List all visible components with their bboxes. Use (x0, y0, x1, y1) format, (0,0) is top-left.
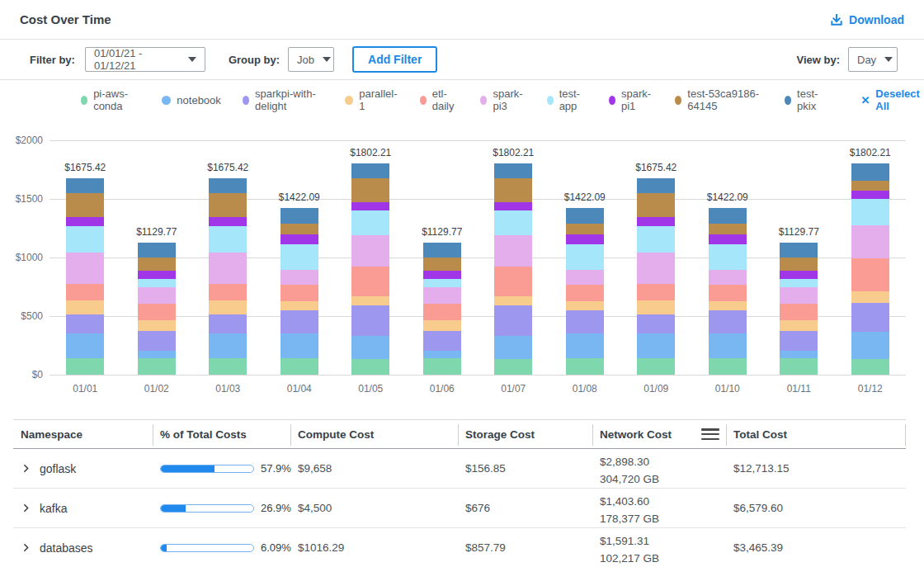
legend-item-notebook[interactable]: notebook (162, 94, 221, 106)
bar-segment-spark-pi3 (66, 253, 104, 285)
bar-segment-pi-aws-conda (780, 358, 818, 375)
bar-total-label: $1675.42 (50, 162, 121, 173)
legend-item-test-53ca9186-64145[interactable]: test-53ca9186-64145 (675, 87, 763, 112)
chevron-right-icon[interactable] (21, 463, 31, 474)
bar-total-label: $1422.09 (264, 191, 336, 203)
bar-segment-test-app (209, 226, 247, 253)
bar-stack (351, 163, 389, 375)
table-row-kafka[interactable]: kafka26.9%$4,500$676$1,403.60178,377 GB$… (13, 489, 906, 528)
network-cost-value: $1,403.60 (600, 493, 649, 510)
group-by-select[interactable]: Job (288, 47, 334, 72)
x-axis-tick-label: 01/10 (692, 383, 764, 395)
bar-segment-spark-pi3 (280, 270, 318, 285)
bar-segment-pi-aws-conda (494, 359, 532, 375)
filter-by-label: Filter by: (30, 54, 75, 66)
bar-segment-notebook (566, 333, 604, 358)
bar-segment-pi-aws-conda (851, 359, 889, 375)
legend-item-pi-aws-conda[interactable]: pi-aws-conda (81, 87, 140, 112)
legend-item-parallel-1[interactable]: parallel-1 (345, 87, 398, 112)
y-axis-tick-label: $1000 (0, 252, 43, 263)
bar-segment-spark-pi1 (494, 202, 532, 211)
table-header-row: Namespace % of Total Costs Compute Cost … (13, 419, 906, 449)
column-header-namespace[interactable]: Namespace (13, 420, 153, 448)
bar-segment-spark-pi3 (780, 287, 818, 304)
namespace-label: databases (40, 541, 93, 555)
network-cost-value: $2,898.30 (600, 453, 649, 470)
column-header-compute[interactable]: Compute Cost (290, 420, 458, 448)
bar-segment-parallel-1 (351, 296, 389, 305)
chevron-right-icon[interactable] (21, 503, 31, 513)
bar-segment-test-app (637, 226, 675, 253)
bar-segment-parallel-1 (637, 300, 675, 314)
bar-segment-sparkpi-with-delight (138, 331, 176, 351)
legend-item-test-pkix[interactable]: test-pkix (785, 87, 826, 112)
bar-segment-test-53ca9186-64145 (209, 193, 247, 217)
column-header-storage[interactable]: Storage Cost (458, 420, 592, 448)
legend-item-etl-daily[interactable]: etl-daily (420, 87, 460, 112)
bar-segment-sparkpi-with-delight (66, 314, 104, 333)
bar-segment-pi-aws-conda (566, 358, 604, 375)
bar-segment-test-53ca9186-64145 (709, 224, 747, 234)
legend-item-sparkpi-with-delight[interactable]: sparkpi-with-delight (243, 87, 324, 112)
bar-stack (138, 243, 176, 375)
column-header-pct-total[interactable]: % of Total Costs (153, 420, 290, 448)
total-cost-value: $3,465.39 (726, 528, 906, 567)
bar-stack (209, 178, 247, 375)
chevron-right-icon[interactable] (21, 542, 31, 553)
table-row-goflask[interactable]: goflask57.9%$9,658$156.85$2,898.30304,72… (13, 449, 906, 489)
column-header-network[interactable]: Network Cost (592, 420, 726, 448)
pct-progress-bar (160, 504, 254, 513)
bar-segment-notebook (66, 333, 104, 358)
bar-segment-sparkpi-with-delight (209, 314, 247, 333)
bar-stack (637, 178, 675, 375)
bar-segment-sparkpi-with-delight (423, 331, 461, 351)
date-range-select[interactable]: 01/01/21 - 01/12/21 (85, 47, 205, 72)
bar-segment-notebook (209, 333, 247, 358)
bar-segment-sparkpi-with-delight (851, 303, 889, 332)
bar-segment-test-app (494, 210, 532, 234)
bar-01/08: $1422.09 (549, 140, 621, 375)
bar-segment-etl-daily (494, 267, 532, 297)
view-by-value: Day (857, 54, 876, 66)
legend-item-spark-pi1[interactable]: spark-pi1 (609, 87, 653, 112)
y-axis-tick-label: $0 (0, 369, 43, 380)
legend-dot-icon (547, 96, 554, 105)
bar-segment-notebook (709, 333, 747, 358)
bar-segment-parallel-1 (709, 301, 747, 310)
table-row-databases[interactable]: databases6.09%$1016.29$857.79$1,591.3110… (13, 528, 906, 567)
bar-segment-spark-pi3 (351, 235, 389, 267)
bar-segment-spark-pi3 (494, 235, 532, 267)
table-body: goflask57.9%$9,658$156.85$2,898.30304,72… (13, 449, 906, 567)
bar-stack (851, 163, 889, 375)
bar-segment-etl-daily (351, 267, 389, 297)
bar-segment-test-pkix (566, 208, 604, 224)
view-by-select[interactable]: Day (848, 47, 898, 72)
storage-cost-value: $156.85 (458, 449, 592, 488)
legend-item-test-app[interactable]: test-app (547, 87, 587, 112)
x-axis-tick-label: 01/03 (192, 383, 264, 395)
bar-segment-test-pkix (637, 178, 675, 192)
bar-segment-spark-pi1 (637, 217, 675, 226)
column-header-total[interactable]: Total Cost (726, 420, 906, 448)
legend-item-spark-pi3[interactable]: spark-pi3 (480, 87, 525, 112)
add-filter-button[interactable]: Add Filter (352, 46, 437, 73)
bar-01/12: $1802.21 (835, 140, 907, 375)
bar-segment-spark-pi3 (138, 287, 176, 304)
bar-segment-spark-pi3 (209, 253, 247, 285)
download-button[interactable]: Download (830, 13, 904, 26)
bar-segment-sparkpi-with-delight (780, 331, 818, 351)
y-axis-tick-label: $1500 (0, 193, 43, 205)
bar-total-label: $1675.42 (620, 162, 692, 173)
deselect-all-button[interactable]: ✕ Deselect All (860, 87, 924, 112)
header-bar: Cost Over Time Download (0, 0, 924, 40)
page-title: Cost Over Time (20, 12, 111, 26)
legend-item-label: notebook (177, 94, 221, 106)
download-label: Download (849, 13, 904, 26)
bar-segment-notebook (780, 351, 818, 358)
column-menu-icon[interactable] (701, 428, 719, 440)
bar-segment-etl-daily (709, 285, 747, 301)
plot-area: $1675.4201/01$1129.7701/02$1675.4201/03$… (50, 140, 906, 375)
bar-segment-spark-pi1 (423, 271, 461, 280)
legend-dot-icon (480, 96, 487, 105)
bar-segment-test-app (138, 279, 176, 287)
